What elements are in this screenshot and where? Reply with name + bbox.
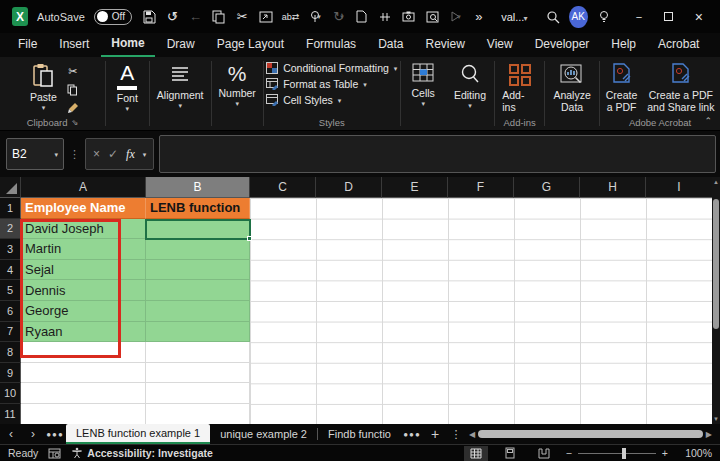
- zoom-slider[interactable]: [578, 453, 656, 454]
- column-header-d[interactable]: D: [316, 177, 382, 198]
- vertical-scroll-thumb[interactable]: [713, 199, 719, 329]
- cell-B8[interactable]: [146, 342, 250, 363]
- normal-view-button[interactable]: [464, 446, 488, 461]
- format-as-table-button[interactable]: Format as Table▾: [266, 78, 397, 90]
- column-header-h[interactable]: H: [580, 177, 646, 198]
- scroll-left-icon[interactable]: ◀: [469, 430, 475, 439]
- cell-B10[interactable]: [146, 383, 250, 404]
- tab-power-pivot[interactable]: Power Pivot: [711, 34, 720, 56]
- cut-icon[interactable]: ✂: [235, 8, 249, 25]
- cell-styles-button[interactable]: Cell Styles▾: [266, 94, 397, 106]
- row-header-9[interactable]: 9: [0, 363, 21, 384]
- cell-B6[interactable]: [146, 301, 250, 322]
- cell-B2[interactable]: [146, 219, 250, 240]
- row-header-7[interactable]: 7: [0, 322, 21, 343]
- page-layout-view-button[interactable]: [498, 446, 522, 461]
- tab-review[interactable]: Review: [415, 34, 474, 56]
- cell-B3[interactable]: [146, 239, 250, 260]
- tab-page-layout[interactable]: Page Layout: [207, 34, 294, 56]
- column-header-f[interactable]: F: [448, 177, 514, 198]
- row-header-5[interactable]: 5: [0, 280, 21, 301]
- font-button[interactable]: A Font ▾: [110, 61, 145, 113]
- search-icon[interactable]: [545, 8, 559, 25]
- scroll-right-icon[interactable]: ▶: [706, 430, 712, 439]
- close-button[interactable]: ×: [684, 3, 714, 31]
- cell-B9[interactable]: [146, 363, 250, 384]
- camera-icon[interactable]: [402, 8, 416, 25]
- copy-icon[interactable]: [212, 8, 226, 25]
- cell-B1[interactable]: LENB function: [146, 198, 250, 219]
- zoom-level[interactable]: 100%: [678, 447, 712, 459]
- select-all-corner[interactable]: [0, 177, 21, 198]
- sheet-next-icon[interactable]: ›: [22, 424, 44, 444]
- page-break-view-button[interactable]: [532, 446, 556, 461]
- cell-B11[interactable]: [146, 404, 250, 424]
- cell-A2[interactable]: David Joseph: [21, 219, 146, 240]
- format-painter-button[interactable]: [64, 100, 82, 115]
- confirm-entry-icon[interactable]: ✓: [108, 147, 118, 161]
- cut-button[interactable]: ✂: [64, 64, 82, 79]
- column-header-e[interactable]: E: [382, 177, 448, 198]
- cell-A9[interactable]: [21, 363, 146, 384]
- paste-special-icon[interactable]: [259, 8, 273, 25]
- cell-A7[interactable]: Ryaan: [21, 322, 146, 343]
- cell-A8[interactable]: [21, 342, 146, 363]
- row-header-10[interactable]: 10: [0, 383, 21, 404]
- more-commands-icon[interactable]: »: [472, 8, 486, 25]
- scroll-up-icon[interactable]: ▲: [712, 179, 720, 185]
- column-header-g[interactable]: G: [514, 177, 580, 198]
- vertical-scrollbar[interactable]: ▲ ▼: [712, 177, 720, 424]
- tab-help[interactable]: Help: [601, 34, 646, 56]
- tab-data[interactable]: Data: [368, 34, 413, 56]
- create-pdf-share-button[interactable]: Create a PDFand Share link: [645, 61, 716, 115]
- tab-draw[interactable]: Draw: [157, 34, 205, 56]
- cell-A5[interactable]: Dennis: [21, 280, 146, 301]
- conditional-formatting-button[interactable]: Conditional Formatting▾: [266, 62, 397, 74]
- collapse-ribbon-icon[interactable]: ⌃: [704, 116, 712, 126]
- tab-developer[interactable]: Developer: [525, 34, 600, 56]
- row-header-2[interactable]: 2: [0, 219, 21, 240]
- tab-options-icon[interactable]: ⋮: [447, 424, 465, 444]
- add-sheet-button[interactable]: +: [423, 424, 447, 444]
- tab-view[interactable]: View: [477, 34, 523, 56]
- workbook-name[interactable]: val... ▾: [501, 11, 527, 23]
- user-avatar[interactable]: AK: [569, 6, 588, 28]
- sheet-more-icon[interactable]: ●●●: [401, 424, 423, 444]
- cell-A3[interactable]: Martin: [21, 239, 146, 260]
- new-file-icon[interactable]: [355, 8, 369, 25]
- zoom-slider-thumb[interactable]: [622, 448, 626, 459]
- horizontal-scrollbar[interactable]: ◀ ▶: [465, 424, 720, 444]
- preview-icon[interactable]: [425, 8, 439, 25]
- horizontal-scroll-thumb[interactable]: [478, 430, 703, 438]
- name-box[interactable]: B2▾: [6, 138, 64, 170]
- cells-button[interactable]: Cells ▾: [404, 61, 442, 108]
- editing-button[interactable]: Editing ▾: [447, 61, 493, 110]
- touch-mode-icon[interactable]: ▾: [308, 8, 322, 25]
- addins-button[interactable]: Add-ins: [495, 61, 544, 115]
- sheet-tab-active[interactable]: LENB function example 1: [66, 424, 210, 444]
- pin-icon[interactable]: [378, 8, 392, 25]
- scroll-down-icon[interactable]: ▼: [712, 416, 720, 422]
- zoom-in-button[interactable]: +: [662, 447, 668, 459]
- empty-cells-region[interactable]: [250, 198, 712, 424]
- sheet-prev-icon[interactable]: ‹: [0, 424, 22, 444]
- row-header-6[interactable]: 6: [0, 301, 21, 322]
- macro-record-icon[interactable]: [48, 448, 61, 459]
- column-header-a[interactable]: A: [21, 177, 146, 198]
- tab-insert[interactable]: Insert: [49, 34, 99, 56]
- cell-A6[interactable]: George: [21, 301, 146, 322]
- alignment-button[interactable]: Alignment ▾: [150, 61, 211, 110]
- undo-icon[interactable]: ↺▾: [165, 8, 179, 25]
- formula-input[interactable]: [159, 135, 716, 173]
- lightbulb-icon[interactable]: [597, 8, 611, 25]
- insert-function-icon[interactable]: fx: [126, 147, 135, 162]
- cancel-entry-icon[interactable]: ×: [93, 147, 100, 161]
- tab-formulas[interactable]: Formulas: [296, 34, 366, 56]
- column-header-i[interactable]: I: [646, 177, 712, 198]
- tab-file[interactable]: File: [8, 34, 47, 56]
- sheet-tab-2[interactable]: unique example 2: [210, 424, 317, 444]
- cell-A10[interactable]: [21, 383, 146, 404]
- sheet-list-icon[interactable]: ●●●: [44, 424, 66, 444]
- tab-acrobat[interactable]: Acrobat: [648, 34, 709, 56]
- autosave-toggle[interactable]: Off: [94, 9, 133, 25]
